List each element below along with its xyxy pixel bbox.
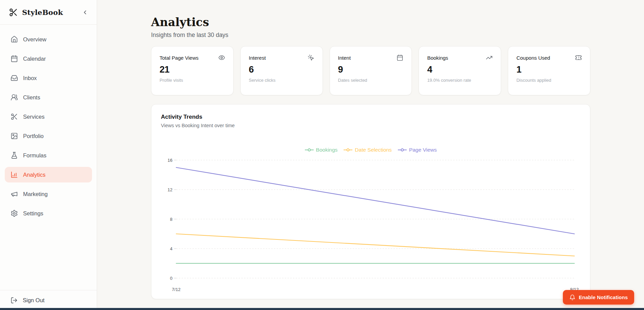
sidebar-item-calendar[interactable]: Calendar (5, 51, 92, 66)
flask-icon (11, 152, 18, 159)
image-icon (11, 132, 18, 140)
sidebar-item-overview[interactable]: Overview (5, 32, 92, 47)
stat-card-value: 9 (338, 64, 404, 75)
inbox-icon (11, 74, 18, 82)
stat-card-interest: Interest 6 Service clicks (240, 46, 323, 95)
sidebar-item-label: Services (23, 114, 44, 120)
sidebar-item-label: Analytics (23, 172, 45, 178)
x-tick-label: 7/12 (172, 287, 180, 292)
legend-item-page-views: Page Views (398, 147, 437, 153)
activity-trends-card: Activity Trends Views vs Booking Intent … (151, 104, 590, 299)
stat-card-total-page-views: Total Page Views 21 Profile visits (151, 46, 234, 95)
users-icon (11, 94, 18, 101)
sidebar-item-label: Marketing (23, 191, 48, 197)
sidebar-item-analytics[interactable]: Analytics (5, 167, 92, 182)
sidebar-item-label: Overview (23, 36, 47, 43)
series-line-date-selections (176, 234, 574, 256)
stat-card-subtitle: 19.0% conversion rate (427, 78, 493, 83)
sidebar-item-label: Clients (23, 94, 40, 101)
gear-icon (11, 210, 18, 217)
sidebar-collapse-button[interactable] (80, 7, 90, 17)
sign-out-button[interactable]: Sign Out (5, 295, 92, 306)
chart-subtitle: Views vs Booking Intent over time (161, 123, 581, 128)
page-subtitle: Insights from the last 30 days (151, 32, 590, 39)
bar-chart-icon (11, 171, 18, 178)
stat-card-subtitle: Profile visits (160, 78, 225, 83)
activity-trends-chart: 04812167/128/12 (151, 104, 591, 299)
sidebar-item-formulas[interactable]: Formulas (5, 148, 92, 163)
y-tick-label: 0 (170, 276, 172, 281)
stat-card-intent: Intent 9 Dates selected (330, 46, 412, 95)
ticket-icon (575, 54, 582, 61)
y-tick-label: 16 (168, 158, 172, 163)
sign-out-label: Sign Out (23, 297, 44, 304)
sidebar-item-marketing[interactable]: Marketing (5, 186, 92, 202)
stat-card-value: 6 (249, 64, 314, 75)
window-edge-bar (0, 308, 644, 310)
series-line-page-views (176, 168, 574, 234)
legend-line-icon (398, 148, 407, 152)
sidebar-item-label: Calendar (23, 56, 46, 62)
sidebar-nav: Overview Calendar Inbox Clients Services… (0, 25, 97, 221)
page-title: Analytics (151, 16, 590, 29)
enable-notifications-label: Enable Notifications (579, 294, 628, 300)
legend-label: Bookings (316, 147, 338, 153)
y-tick-label: 12 (168, 187, 172, 192)
stat-card-value: 4 (427, 64, 493, 75)
legend-line-icon (344, 148, 352, 152)
sidebar-item-label: Portfolio (23, 133, 44, 139)
calendar-icon (11, 55, 18, 62)
legend-item-bookings: Bookings (305, 147, 338, 153)
legend-label: Date Selections (355, 147, 392, 153)
sidebar-item-label: Inbox (23, 75, 37, 81)
chevron-left-icon (82, 9, 88, 16)
sidebar-footer: Sign Out (0, 290, 97, 310)
sidebar-item-label: Settings (23, 210, 43, 217)
app-title: StyleBook (22, 8, 63, 17)
y-tick-label: 4 (170, 246, 172, 251)
main-area: Analytics Insights from the last 30 days… (97, 0, 644, 310)
stat-card-label: Coupons Used (516, 55, 550, 61)
stat-card-subtitle: Service clicks (249, 78, 314, 83)
scissors-icon (11, 113, 18, 120)
y-tick-label: 8 (170, 217, 172, 222)
legend-label: Page Views (409, 147, 437, 153)
stat-card-label: Intent (338, 55, 351, 61)
sidebar-item-clients[interactable]: Clients (5, 90, 92, 105)
sidebar-item-portfolio[interactable]: Portfolio (5, 128, 92, 144)
stat-card-subtitle: Dates selected (338, 78, 404, 83)
legend-line-icon (305, 148, 314, 152)
megaphone-icon (11, 190, 18, 198)
sidebar: StyleBook Overview Calendar Inbox Client… (0, 0, 97, 310)
scissors-logo-icon (9, 8, 18, 17)
legend-item-date-selections: Date Selections (344, 147, 392, 153)
stat-card-bookings: Bookings 4 19.0% conversion rate (419, 46, 501, 95)
sidebar-item-services[interactable]: Services (5, 109, 92, 124)
app-logo: StyleBook (9, 8, 63, 17)
stat-card-coupons-used: Coupons Used 1 Discounts applied (508, 46, 590, 95)
calendar-icon (397, 54, 403, 61)
log-out-icon (11, 297, 18, 304)
stat-card-value: 21 (160, 64, 225, 75)
stat-card-label: Bookings (427, 55, 448, 61)
stat-card-label: Interest (249, 55, 266, 61)
stat-cards-row: Total Page Views 21 Profile visits Inter… (151, 46, 590, 95)
home-icon (11, 36, 18, 43)
chart-title: Activity Trends (161, 114, 581, 120)
eye-icon (218, 54, 225, 61)
bell-icon (569, 294, 575, 301)
sidebar-item-label: Formulas (23, 152, 47, 159)
enable-notifications-button[interactable]: Enable Notifications (563, 290, 634, 305)
chart-legend: BookingsDate SelectionsPage Views (151, 147, 590, 153)
stat-card-label: Total Page Views (160, 55, 199, 61)
pointer-click-icon (308, 54, 314, 61)
trending-up-icon (486, 54, 493, 61)
stat-card-subtitle: Discounts applied (516, 78, 582, 83)
sidebar-item-settings[interactable]: Settings (5, 206, 92, 221)
stat-card-value: 1 (516, 64, 582, 75)
sidebar-item-inbox[interactable]: Inbox (5, 70, 92, 86)
sidebar-header: StyleBook (0, 0, 97, 25)
